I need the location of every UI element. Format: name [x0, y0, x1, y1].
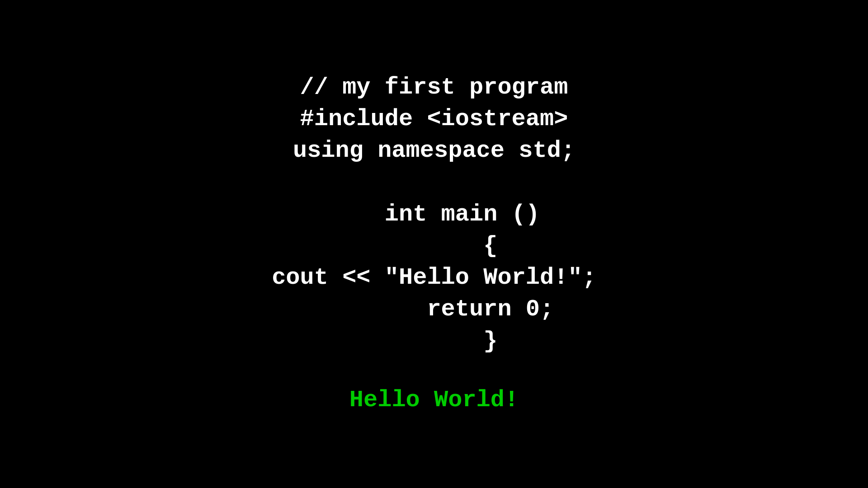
code-line-4: [427, 167, 441, 199]
code-line-1: // my first program: [300, 72, 568, 103]
code-line-3: using namespace std;: [293, 135, 575, 167]
code-line-9: }: [371, 326, 498, 357]
code-display: // my first program #include <iostream> …: [272, 72, 596, 416]
code-line-7: cout << "Hello World!";: [272, 262, 596, 294]
output-section: Hello World!: [349, 385, 519, 416]
output-text: Hello World!: [349, 387, 519, 413]
code-line-2: #include <iostream>: [300, 103, 568, 135]
code-line-6: {: [371, 230, 498, 262]
code-line-5: int main (): [328, 199, 540, 230]
code-line-8: return 0;: [314, 294, 554, 325]
